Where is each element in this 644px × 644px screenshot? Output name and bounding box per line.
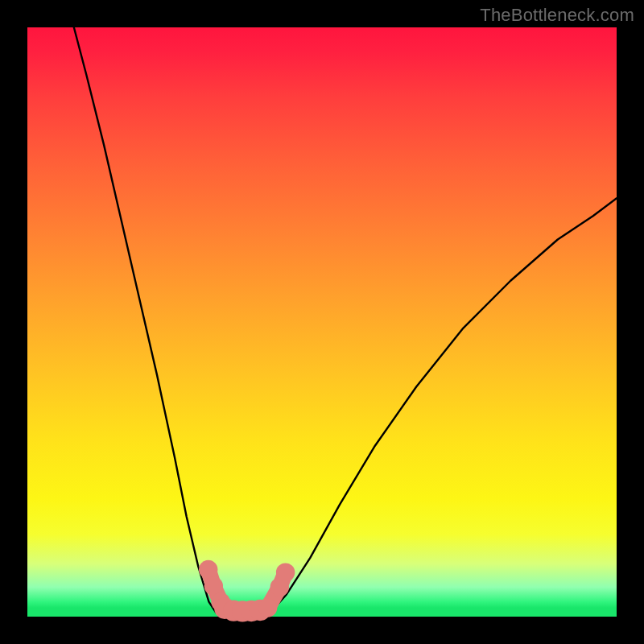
watermark-text: TheBottleneck.com xyxy=(480,5,634,26)
valley-markers xyxy=(199,560,295,622)
plot-area xyxy=(27,27,617,617)
curve-path xyxy=(74,27,617,615)
marker-dot xyxy=(199,560,217,579)
bottleneck-curve xyxy=(74,27,617,615)
marker-dot xyxy=(276,563,295,581)
chart-svg xyxy=(27,27,617,617)
chart-frame: TheBottleneck.com xyxy=(0,0,644,644)
marker-dot xyxy=(258,598,277,617)
